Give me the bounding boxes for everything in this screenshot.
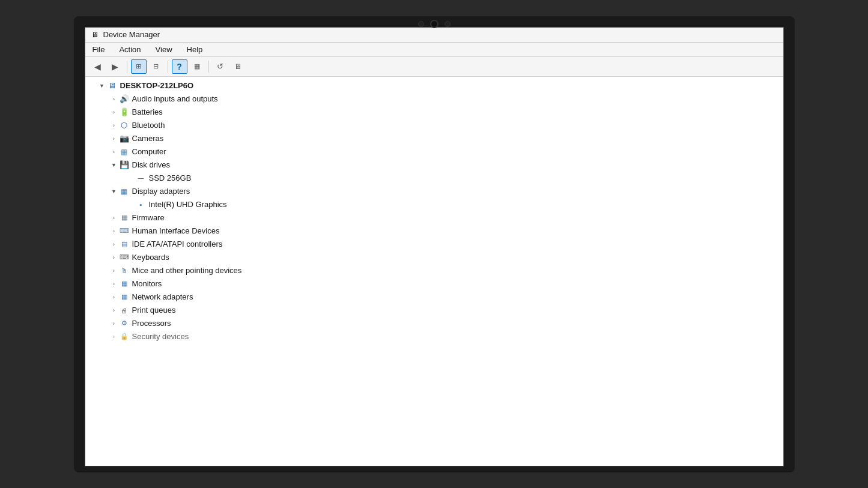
mice-label: Mice and other pointing devices [132, 266, 242, 275]
disk-drives-label: Disk drives [132, 160, 171, 169]
hid-icon: ⌨ [119, 226, 130, 236]
window-title-bar: 🖥 Device Manager [85, 28, 783, 43]
bluetooth-icon: ⬡ [119, 121, 130, 130]
device-manager-icon: 🖥 [90, 30, 100, 40]
tree-item-cameras[interactable]: › 📷 Cameras [85, 132, 783, 145]
computer-expander: › [109, 147, 119, 157]
mouse-icon: 🖱 [119, 266, 130, 276]
audio-icon: 🔊 [119, 94, 130, 104]
disk-icon: 💾 [119, 160, 130, 170]
keyboards-expander: › [109, 253, 119, 262]
camera-icon: 📷 [119, 134, 130, 143]
print-label: Print queues [132, 306, 176, 315]
menu-file[interactable]: File [90, 44, 108, 55]
root-expander: ▼ [97, 81, 107, 91]
intel-label: Intel(R) UHD Graphics [149, 200, 227, 209]
tree-root[interactable]: ▼ 🖥 DESKTOP-212LP6O [85, 79, 783, 92]
display-icon: ▦ [119, 187, 130, 196]
firmware-label: Firmware [132, 213, 165, 222]
help-button[interactable]: ? [172, 59, 187, 74]
batteries-expander: › [109, 107, 119, 117]
tree-item-batteries[interactable]: › 🔋 Batteries [85, 106, 783, 119]
processor-icon: ⚙ [119, 319, 130, 328]
disk-expander: ▼ [109, 160, 119, 170]
tree-item-processors[interactable]: › ⚙ Processors [85, 317, 783, 330]
toolbar-separator-2 [168, 61, 168, 73]
toolbar-separator-3 [208, 61, 209, 73]
properties-button[interactable]: 🖥 [230, 59, 246, 74]
menu-bar: File Action View Help [85, 43, 783, 57]
tree-view-button[interactable]: ⊞ [131, 59, 147, 74]
security-expander: › [109, 332, 119, 342]
network-icon: ▦ [119, 292, 130, 302]
processors-label: Processors [132, 319, 171, 328]
hid-label: Human Interface Devices [132, 226, 220, 235]
menu-action[interactable]: Action [117, 44, 143, 55]
mice-expander: › [109, 266, 119, 276]
tree-item-firmware[interactable]: › ▦ Firmware [85, 211, 783, 224]
toolbar: ◀ ▶ ⊞ ⊟ ? ▦ ↺ 🖥 [85, 57, 783, 77]
tree-item-mice[interactable]: › 🖱 Mice and other pointing devices [85, 264, 783, 277]
display-expander: ▼ [109, 187, 119, 196]
keyboard-icon: ⌨ [119, 253, 130, 262]
chip-icon: ▦ [119, 147, 130, 157]
battery-icon: 🔋 [119, 107, 130, 117]
webcam-lens [430, 20, 439, 28]
tree-item-audio[interactable]: › 🔊 Audio inputs and outputs [85, 92, 783, 106]
tree-item-bluetooth[interactable]: › ⬡ Bluetooth [85, 119, 783, 132]
tree-item-ssd[interactable]: — SSD 256GB [85, 172, 783, 185]
window-title: Device Manager [103, 30, 160, 39]
tree-item-ide[interactable]: › ▤ IDE ATA/ATAPI controllers [85, 238, 783, 251]
webcam-dot-left [418, 21, 424, 27]
intel-expander [126, 200, 136, 209]
firmware-expander: › [109, 213, 119, 223]
scan-button[interactable]: ↺ [213, 59, 228, 74]
security-label: Security devices [132, 332, 189, 341]
tree-item-intel-graphics[interactable]: ▪ Intel(R) UHD Graphics [85, 198, 783, 211]
back-button[interactable]: ◀ [90, 59, 106, 74]
intel-icon: ▪ [136, 200, 147, 209]
ide-label: IDE ATA/ATAPI controllers [132, 239, 223, 249]
processors-expander: › [109, 319, 119, 328]
bluetooth-expander: › [109, 121, 119, 130]
laptop-frame: 🖥 Device Manager File Action View Help ◀… [74, 16, 795, 472]
tree-item-display[interactable]: ▼ ▦ Display adapters [85, 185, 783, 198]
ide-icon: ▤ [119, 239, 130, 249]
cameras-expander: › [109, 134, 119, 143]
cameras-label: Cameras [132, 134, 164, 143]
monitors-label: Monitors [132, 279, 162, 288]
tree-item-monitors[interactable]: › ▦ Monitors [85, 277, 783, 291]
forward-button[interactable]: ▶ [108, 59, 123, 74]
display-label: Display adapters [132, 187, 190, 196]
tree-item-print[interactable]: › 🖨 Print queues [85, 304, 783, 317]
tree-item-network[interactable]: › ▦ Network adapters [85, 291, 783, 304]
computer-label: Computer [132, 147, 166, 156]
hid-expander: › [109, 226, 119, 236]
resource-view-button[interactable]: ▦ [189, 59, 205, 74]
device-tree[interactable]: ▼ 🖥 DESKTOP-212LP6O › 🔊 Audio inputs and… [85, 77, 783, 466]
print-expander: › [109, 306, 119, 315]
root-label: DESKTOP-212LP6O [120, 81, 194, 90]
menu-help[interactable]: Help [184, 44, 205, 55]
toolbar-separator-1 [127, 61, 127, 73]
webcam-area [418, 20, 451, 28]
monitor-icon: ▦ [119, 279, 130, 289]
computer-icon: 🖥 [107, 81, 118, 91]
tree-item-security[interactable]: › 🔒 Security devices [85, 330, 783, 343]
print-icon: 🖨 [119, 306, 130, 315]
tree-item-disk-drives[interactable]: ▼ 💾 Disk drives [85, 158, 783, 172]
connection-view-button[interactable]: ⊟ [148, 59, 164, 74]
webcam-dot-right [445, 21, 451, 27]
audio-label: Audio inputs and outputs [132, 94, 218, 103]
tree-item-keyboards[interactable]: › ⌨ Keyboards [85, 251, 783, 264]
audio-expander: › [109, 94, 119, 104]
network-label: Network adapters [132, 292, 193, 301]
monitors-expander: › [109, 279, 119, 289]
ssd-expander [126, 173, 136, 183]
bluetooth-label: Bluetooth [132, 121, 165, 130]
menu-view[interactable]: View [153, 44, 175, 55]
firmware-icon: ▦ [119, 213, 130, 223]
tree-item-hid[interactable]: › ⌨ Human Interface Devices [85, 224, 783, 238]
network-expander: › [109, 292, 119, 302]
tree-item-computer[interactable]: › ▦ Computer [85, 145, 783, 158]
